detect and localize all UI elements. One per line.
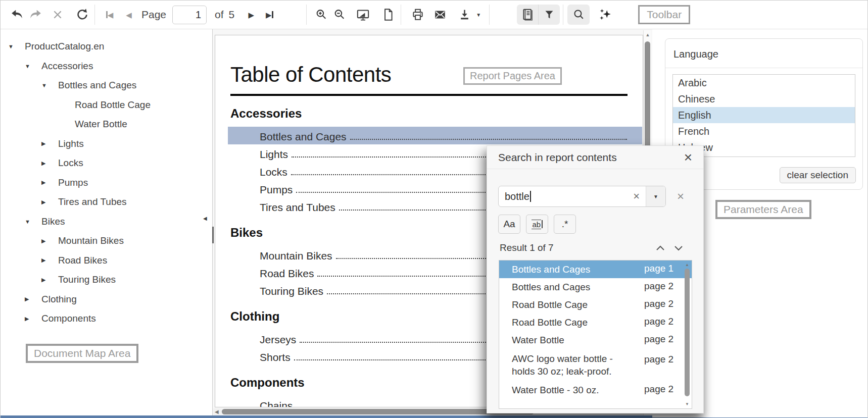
language-listbox: ArabicChineseEnglishFrenchHebrewItalian — [672, 74, 855, 157]
zoom-out-button[interactable] — [331, 6, 348, 23]
parameters-toggle-button[interactable] — [539, 5, 560, 25]
scroll-down-icon[interactable]: ▼ — [684, 402, 691, 406]
scroll-up-icon[interactable]: ▲ — [684, 263, 691, 267]
tree-item-mountain-bikes[interactable]: ▶Mountain Bikes — [1, 231, 212, 251]
clear-input-icon[interactable]: × — [627, 186, 646, 206]
tree-item-productcatalog-en[interactable]: ▼ProductCatalog.en — [1, 37, 212, 57]
toc-entry-label: Touring Bikes — [260, 283, 323, 299]
expand-icon[interactable]: ▶ — [41, 238, 52, 244]
sidebar-splitter-handle[interactable] — [212, 227, 214, 243]
expand-icon[interactable]: ▶ — [25, 316, 35, 322]
language-option-english[interactable]: English — [673, 107, 855, 123]
result-label: Bottles and Cages — [499, 281, 590, 293]
tree-item-lights[interactable]: ▶Lights — [1, 134, 212, 154]
match-case-toggle[interactable]: Aa — [498, 215, 520, 234]
forward-button[interactable] — [27, 6, 44, 23]
tree-item-label: Locks — [58, 158, 83, 169]
search-result-row[interactable]: Water Bottle - 30 oz.page 2 — [499, 381, 692, 399]
search-options-dropdown[interactable]: ▼ — [646, 186, 665, 206]
results-scrollbar[interactable]: ▲ ▼ — [684, 261, 691, 408]
expand-icon[interactable]: ▶ — [41, 179, 52, 186]
last-page-button[interactable]: ▶ — [261, 6, 278, 23]
tree-item-components[interactable]: ▶Components — [1, 309, 212, 329]
refresh-button[interactable] — [73, 6, 90, 23]
search-result-row[interactable]: Road Bottle Cagepage 2 — [499, 314, 692, 331]
search-result-row[interactable]: Road Bottle Cagepage 2 — [499, 296, 692, 314]
language-option-chinese[interactable]: Chinese — [673, 91, 855, 107]
tree-item-label: Clothing — [41, 294, 77, 305]
cancel-button[interactable] — [49, 6, 66, 23]
search-results-list: Bottles and Cagespage 1Bottles and Cages… — [499, 260, 692, 409]
fit-page-button[interactable] — [354, 6, 371, 23]
tree-item-touring-bikes[interactable]: ▶Touring Bikes — [1, 270, 212, 290]
scroll-left-icon[interactable]: ◀ — [215, 409, 219, 414]
expand-icon[interactable]: ▶ — [41, 199, 52, 205]
search-input[interactable]: bottle — [499, 186, 627, 206]
tree-item-clothing[interactable]: ▶Clothing — [1, 290, 212, 309]
toolbar-separator — [94, 5, 95, 25]
tree-item-pumps[interactable]: ▶Pumps — [1, 173, 212, 193]
first-page-button[interactable]: ◀ — [101, 6, 118, 23]
report-pages-area-label: Report Pages Area — [463, 67, 562, 85]
collapse-icon[interactable]: ▼ — [8, 43, 18, 49]
page-mode-button[interactable] — [379, 6, 397, 23]
previous-page-button[interactable]: ◀ — [120, 6, 137, 23]
result-page: page 2 — [644, 354, 673, 365]
email-button[interactable] — [431, 6, 449, 23]
tree-item-road-bikes[interactable]: ▶Road Bikes — [1, 251, 212, 271]
toc-entry-label: Jerseys — [260, 332, 296, 347]
search-query-text: bottle — [505, 191, 529, 202]
tree-item-accessories[interactable]: ▼Accessories — [1, 57, 212, 76]
expand-icon[interactable]: ▶ — [41, 160, 52, 167]
tree-item-road-bottle-cage[interactable]: Road Bottle Cage — [1, 95, 212, 115]
search-status-row: Result 1 of 7 — [500, 242, 692, 253]
ai-prompt-button[interactable] — [597, 6, 614, 23]
text-caret — [530, 191, 531, 202]
use-regex-toggle[interactable]: .* — [554, 215, 576, 234]
tree-item-bikes[interactable]: ▼Bikes — [1, 212, 212, 232]
search-toggle-button[interactable] — [567, 5, 590, 25]
search-result-row[interactable]: Bottles and Cagespage 2 — [499, 278, 692, 296]
collapse-sidebar-icon[interactable]: ◀ — [203, 216, 207, 221]
collapse-icon[interactable]: ▼ — [25, 219, 35, 225]
tree-item-water-bottle[interactable]: Water Bottle — [1, 115, 212, 134]
scroll-up-icon[interactable]: ▲ — [644, 32, 652, 37]
language-option-arabic[interactable]: Arabic — [673, 75, 855, 91]
close-icon[interactable]: × — [684, 152, 692, 163]
search-cancel-icon[interactable]: × — [677, 191, 684, 201]
page-number-input[interactable] — [172, 6, 207, 24]
expand-icon[interactable]: ▶ — [41, 277, 52, 283]
document-map-tree: ▼ProductCatalog.en▼Accessories▼Bottles a… — [1, 29, 212, 329]
match-whole-word-toggle[interactable]: ab — [526, 215, 548, 234]
document-map-toggle-button[interactable] — [517, 5, 538, 25]
download-menu-button[interactable]: ▼ — [474, 6, 483, 23]
tree-item-label: Mountain Bikes — [58, 235, 124, 246]
print-button[interactable] — [409, 6, 426, 23]
collapse-icon[interactable]: ▼ — [25, 63, 35, 69]
expand-icon[interactable]: ▶ — [25, 296, 35, 302]
email-icon — [433, 9, 447, 20]
expand-icon[interactable]: ▶ — [41, 257, 52, 264]
search-result-row[interactable]: Water Bottlepage 2 — [499, 331, 692, 349]
results-scroll-thumb[interactable] — [685, 269, 690, 396]
next-result-icon[interactable] — [674, 245, 683, 251]
clear-selection-button[interactable]: clear selection — [780, 167, 856, 183]
collapse-icon[interactable]: ▼ — [41, 82, 52, 88]
toc-entry-bottles-and-cages[interactable]: Bottles and Cages — [228, 127, 642, 144]
back-button[interactable] — [9, 6, 26, 23]
language-option-french[interactable]: French — [673, 123, 855, 139]
tree-item-bottles-and-cages[interactable]: ▼Bottles and Cages — [1, 76, 212, 95]
download-button[interactable] — [456, 6, 473, 23]
result-page: page 2 — [644, 298, 673, 309]
tree-item-label: Tires and Tubes — [58, 196, 127, 207]
next-page-button[interactable]: ▶ — [243, 6, 260, 23]
result-label: AWC logo water bottle - holds 30 oz; lea… — [499, 352, 618, 378]
tree-item-tires-and-tubes[interactable]: ▶Tires and Tubes — [1, 192, 212, 212]
tree-item-locks[interactable]: ▶Locks — [1, 153, 212, 173]
search-result-row[interactable]: AWC logo water bottle - holds 30 oz; lea… — [499, 349, 692, 381]
result-label: Water Bottle — [499, 334, 564, 346]
expand-icon[interactable]: ▶ — [41, 140, 52, 147]
search-result-row[interactable]: Bottles and Cagespage 1 — [499, 260, 692, 278]
zoom-in-button[interactable] — [313, 6, 330, 23]
previous-result-icon[interactable] — [656, 245, 665, 251]
